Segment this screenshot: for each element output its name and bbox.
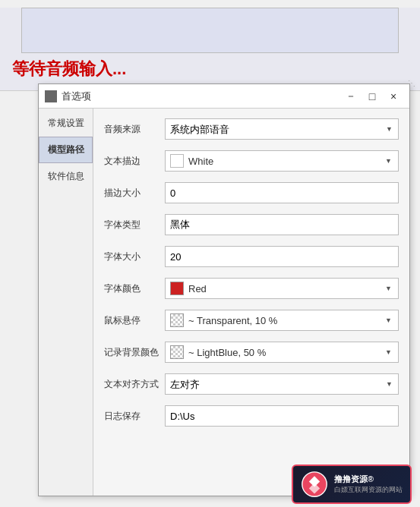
- form-row-font-size: 字体大小: [104, 244, 399, 269]
- titlebar: 首选项 － □ ×: [39, 84, 409, 109]
- form-row-text-border: 文本描边 White: [104, 148, 399, 174]
- control-log-save: [165, 405, 399, 427]
- watermark-title: 撸撸资源®: [334, 474, 403, 485]
- sidebar-item-model-path[interactable]: 模型路径: [39, 137, 93, 163]
- control-font-size: [165, 246, 399, 267]
- watermark-subtitle: 白嫖互联网资源的网站: [334, 485, 403, 495]
- sidebar-item-software-info[interactable]: 软件信息: [39, 163, 93, 190]
- label-font-type: 字体类型: [104, 219, 165, 231]
- control-audio-source: 系统内部语音: [165, 118, 399, 140]
- audio-source-dropdown[interactable]: 系统内部语音: [165, 118, 399, 140]
- text-border-swatch: [170, 154, 184, 168]
- maximize-button[interactable]: □: [362, 88, 382, 105]
- form-row-font-color: 字体颜色 Red: [104, 276, 399, 301]
- record-bg-value: ~ LightBlue, 50 %: [188, 347, 266, 358]
- label-log-save: 日志保存: [104, 410, 165, 423]
- audio-preview: [21, 8, 399, 53]
- watermark-area: 撸撸资源® 白嫖互联网资源的网站: [283, 461, 420, 507]
- border-size-input[interactable]: [165, 182, 399, 203]
- form-row-text-align: 文本对齐方式 左对齐: [104, 371, 399, 397]
- control-border-size: [165, 182, 399, 203]
- form-row-font-type: 字体类型: [104, 212, 399, 238]
- dialog-icon: [45, 90, 57, 102]
- watermark-box: 撸撸资源® 白嫖互联网资源的网站: [292, 464, 412, 504]
- label-audio-source: 音频来源: [104, 123, 165, 136]
- text-align-dropdown-wrap[interactable]: 左对齐: [165, 373, 399, 395]
- top-area: 等待音频输入... ⋱: [0, 8, 420, 91]
- audio-source-dropdown-wrap[interactable]: 系统内部语音: [165, 118, 399, 140]
- form-row-mouse-hover: 鼠标悬停 ~ Transparent, 10 %: [104, 307, 399, 333]
- content-area: 音频来源 系统内部语音 文本描边 White: [93, 109, 409, 496]
- font-color-dropdown[interactable]: Red: [165, 278, 399, 299]
- font-color-swatch: [170, 282, 184, 295]
- form-row-border-size: 描边大小: [104, 180, 399, 206]
- font-type-input[interactable]: [165, 214, 399, 235]
- watermark-logo-icon: [301, 471, 328, 498]
- text-border-dropdown[interactable]: White: [165, 150, 399, 172]
- label-font-color: 字体颜色: [104, 282, 165, 295]
- form-row-record-bg-color: 记录背景颜色 ~ LightBlue, 50 %: [104, 339, 399, 365]
- record-bg-dropdown[interactable]: ~ LightBlue, 50 %: [165, 342, 399, 363]
- label-font-size: 字体大小: [104, 250, 165, 263]
- minimize-button[interactable]: －: [341, 88, 361, 105]
- mouse-hover-swatch: [170, 313, 184, 327]
- dialog-title: 首选项: [62, 90, 339, 103]
- font-color-value: Red: [188, 283, 207, 294]
- control-text-border: White: [165, 150, 399, 172]
- log-save-input[interactable]: [165, 405, 399, 427]
- control-font-type: [165, 214, 399, 235]
- record-bg-swatch: [170, 345, 184, 359]
- label-border-size: 描边大小: [104, 187, 165, 200]
- control-record-bg-color: ~ LightBlue, 50 %: [165, 342, 399, 363]
- label-text-align: 文本对齐方式: [104, 378, 165, 391]
- watermark-text-block: 撸撸资源® 白嫖互联网资源的网站: [334, 474, 403, 495]
- control-font-color: Red: [165, 278, 399, 299]
- waiting-text: 等待音频输入...: [0, 53, 420, 85]
- control-text-align: 左对齐: [165, 373, 399, 395]
- label-text-border: 文本描边: [104, 155, 165, 168]
- close-button[interactable]: ×: [384, 88, 403, 105]
- text-align-dropdown[interactable]: 左对齐: [165, 373, 399, 395]
- preferences-dialog: 首选项 － □ × 常规设置 模型路径 软件信息 音频来源 系统内部语音: [38, 83, 410, 496]
- label-record-bg-color: 记录背景颜色: [104, 346, 165, 359]
- text-border-value: White: [188, 156, 213, 167]
- form-row-audio-source: 音频来源 系统内部语音: [104, 116, 399, 142]
- mouse-hover-dropdown[interactable]: ~ Transparent, 10 %: [165, 310, 399, 331]
- mouse-hover-value: ~ Transparent, 10 %: [188, 315, 277, 326]
- form-row-log-save: 日志保存: [104, 403, 399, 429]
- label-mouse-hover: 鼠标悬停: [104, 314, 165, 327]
- control-mouse-hover: ~ Transparent, 10 %: [165, 310, 399, 331]
- dialog-body: 常规设置 模型路径 软件信息 音频来源 系统内部语音 文本描边: [39, 109, 409, 496]
- sidebar-item-general[interactable]: 常规设置: [39, 110, 93, 137]
- font-size-input[interactable]: [165, 246, 399, 267]
- sidebar: 常规设置 模型路径 软件信息: [39, 109, 93, 496]
